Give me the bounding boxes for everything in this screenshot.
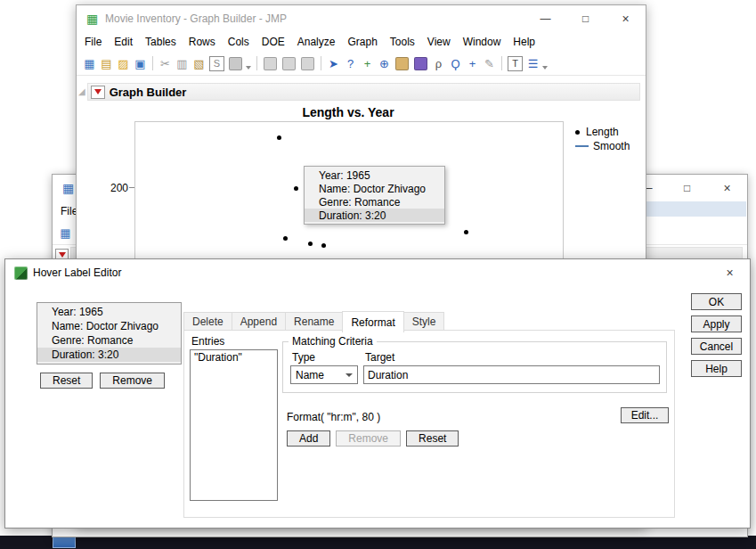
grabber-hand-icon[interactable] bbox=[395, 57, 409, 70]
new-data-table-icon[interactable]: ▦ bbox=[81, 55, 98, 72]
magnifier-icon[interactable]: Ϙ bbox=[447, 55, 464, 72]
minimize-button[interactable]: — bbox=[525, 5, 565, 32]
entries-list-item[interactable]: "Duration" bbox=[191, 350, 277, 365]
menu-bar: FileEditTablesRowsColsDOEAnalyzeGraphToo… bbox=[77, 32, 646, 52]
chart-title: Length vs. Year bbox=[134, 105, 562, 119]
entries-listbox[interactable]: "Duration" bbox=[190, 349, 278, 501]
open-icon[interactable]: ▨ bbox=[115, 55, 132, 72]
jmp-table-icon: ▦ bbox=[61, 181, 76, 196]
tab-style[interactable]: Style bbox=[404, 312, 445, 332]
new-script-icon[interactable]: ▤ bbox=[98, 55, 115, 72]
menu-rows[interactable]: Rows bbox=[183, 33, 222, 51]
hover-label-line: Genre: Romance bbox=[305, 195, 444, 209]
presentation-icon[interactable] bbox=[301, 57, 314, 70]
menu-tables[interactable]: Tables bbox=[139, 33, 183, 51]
dialog-title: Hover Label Editor bbox=[33, 266, 121, 279]
hover-label-line: Year: 1965 bbox=[305, 168, 444, 182]
window-title: Movie Inventory - Graph Builder - JMP bbox=[105, 12, 287, 25]
red-triangle-glyph bbox=[94, 89, 102, 94]
data-point[interactable] bbox=[308, 242, 313, 246]
dialog-cancel-button[interactable]: Cancel bbox=[691, 338, 742, 355]
lock-icon[interactable] bbox=[229, 57, 242, 70]
menu-tools[interactable]: Tools bbox=[384, 33, 421, 51]
title-bar[interactable]: Hover Label Editor × bbox=[5, 259, 750, 286]
jmp-app-icon bbox=[14, 266, 28, 280]
hover-label-line: Name: Doctor Zhivago bbox=[37, 319, 181, 333]
menu-cols[interactable]: Cols bbox=[222, 33, 256, 51]
globe-icon[interactable]: ⊕ bbox=[376, 55, 393, 72]
menu-view[interactable]: View bbox=[421, 33, 457, 51]
add-button[interactable]: Add bbox=[287, 430, 330, 447]
pencil-icon[interactable]: ✎ bbox=[481, 55, 498, 72]
hover-label-line: Duration: 3:20 bbox=[37, 348, 181, 362]
menu-doe[interactable]: DOE bbox=[256, 33, 291, 51]
tab-rename[interactable]: Rename bbox=[285, 312, 342, 332]
target-input[interactable] bbox=[363, 365, 660, 384]
help-icon[interactable]: ? bbox=[342, 55, 359, 72]
chart-legend: LengthSmooth bbox=[575, 125, 630, 153]
run-script-icon[interactable]: S bbox=[209, 56, 224, 71]
zoom-plus-icon[interactable]: + bbox=[464, 55, 481, 72]
preview-remove-button[interactable]: Remove bbox=[100, 373, 165, 389]
lasso-icon[interactable]: ρ bbox=[430, 55, 447, 72]
dialog-help-button[interactable]: Help bbox=[691, 360, 742, 377]
target-label: Target bbox=[365, 351, 394, 364]
legend-marker-line bbox=[575, 145, 589, 147]
scroller-icon[interactable]: ☰ bbox=[524, 55, 541, 72]
report-title: Graph Builder bbox=[110, 86, 187, 99]
table-panel-strip bbox=[645, 201, 746, 217]
data-point[interactable] bbox=[321, 243, 326, 248]
toolbar-overflow-chevron[interactable] bbox=[245, 55, 253, 72]
matching-criteria-legend: Matching Criteria bbox=[289, 335, 377, 348]
crosshair-icon[interactable]: + bbox=[359, 55, 376, 72]
edit-button[interactable]: Edit... bbox=[621, 407, 669, 423]
data-point[interactable] bbox=[294, 186, 298, 191]
data-table-icon bbox=[53, 537, 76, 548]
annotate-icon[interactable]: T bbox=[508, 56, 523, 71]
menu-analyze[interactable]: Analyze bbox=[291, 33, 342, 51]
maximize-button[interactable]: □ bbox=[565, 5, 606, 32]
layout-icon[interactable] bbox=[282, 57, 296, 70]
dialog-apply-button[interactable]: Apply bbox=[691, 315, 742, 332]
preview-reset-button[interactable]: Reset bbox=[40, 373, 93, 389]
action-buttons: AddRemoveReset bbox=[287, 430, 459, 447]
maximize-button[interactable]: □ bbox=[667, 175, 707, 201]
tab-append[interactable]: Append bbox=[232, 312, 285, 332]
brush-icon[interactable] bbox=[414, 57, 427, 70]
reset-button[interactable]: Reset bbox=[406, 430, 459, 447]
paste-icon[interactable]: ▧ bbox=[191, 55, 207, 72]
arrow-cursor-icon[interactable]: ➤ bbox=[325, 55, 342, 72]
close-button[interactable]: × bbox=[707, 175, 747, 201]
data-point[interactable] bbox=[464, 230, 468, 234]
hover-label-editor-dialog[interactable]: Hover Label Editor × Year: 1965Name: Doc… bbox=[4, 258, 751, 529]
cut-icon[interactable]: ✂ bbox=[157, 55, 174, 72]
title-bar[interactable]: ▦ Movie Inventory - Graph Builder - JMP … bbox=[77, 5, 646, 32]
hover-label-line: Duration: 3:20 bbox=[305, 209, 444, 222]
menu-graph[interactable]: Graph bbox=[341, 33, 383, 51]
tab-reformat[interactable]: Reformat bbox=[342, 311, 403, 332]
red-triangle-icon[interactable] bbox=[91, 86, 105, 99]
menu-help[interactable]: Help bbox=[507, 33, 541, 51]
close-button[interactable]: × bbox=[606, 5, 646, 32]
save-icon[interactable]: ▣ bbox=[132, 55, 149, 72]
legend-label: Smooth bbox=[593, 140, 630, 152]
journal-icon[interactable] bbox=[264, 57, 277, 70]
data-point[interactable] bbox=[283, 236, 288, 241]
data-point[interactable] bbox=[277, 135, 281, 140]
legend-item-length[interactable]: Length bbox=[575, 125, 630, 139]
menu-window[interactable]: Window bbox=[457, 33, 508, 51]
dialog-ok-button[interactable]: OK bbox=[691, 293, 742, 310]
disclosure-triangle-icon[interactable]: ◢ bbox=[78, 87, 85, 96]
background-window-edge bbox=[0, 536, 756, 549]
report-header-bar: Graph Builder bbox=[87, 83, 640, 101]
toolbar-overflow-chevron[interactable] bbox=[541, 55, 549, 72]
tab-delete[interactable]: Delete bbox=[183, 312, 232, 332]
new-data-table-icon[interactable]: ▦ bbox=[57, 225, 74, 242]
close-button[interactable]: × bbox=[710, 259, 750, 286]
menu-edit[interactable]: Edit bbox=[108, 33, 139, 51]
legend-item-smooth[interactable]: Smooth bbox=[575, 139, 630, 153]
copy-icon[interactable]: ▥ bbox=[174, 55, 191, 72]
legend-marker-dot bbox=[575, 130, 580, 135]
menu-file[interactable]: File bbox=[78, 33, 108, 51]
type-select[interactable]: Name bbox=[290, 365, 358, 384]
